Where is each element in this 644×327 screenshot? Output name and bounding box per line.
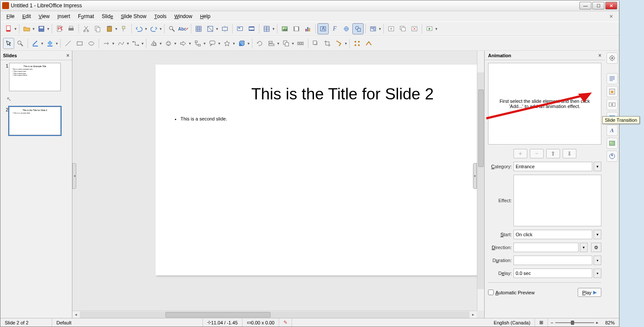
callout-button[interactable] bbox=[207, 38, 218, 49]
filter-button[interactable] bbox=[333, 38, 345, 49]
fill-color-dropdown[interactable]: ▼ bbox=[55, 42, 59, 46]
toggle-extrusion-button[interactable] bbox=[363, 38, 374, 49]
media-button[interactable] bbox=[291, 23, 302, 34]
open-dropdown[interactable]: ▼ bbox=[32, 27, 35, 31]
paste-button[interactable] bbox=[104, 23, 115, 34]
grid-button[interactable] bbox=[193, 23, 204, 34]
sidebar-settings-button[interactable] bbox=[607, 52, 618, 64]
direction-select[interactable] bbox=[513, 243, 579, 252]
block-arrows-dropdown[interactable]: ▼ bbox=[188, 42, 192, 46]
menu-tools[interactable]: Tools bbox=[151, 12, 170, 20]
slide-thumbnail-1[interactable]: This is an Example Title This is some ex… bbox=[9, 63, 61, 91]
close-document-button[interactable]: × bbox=[606, 12, 616, 21]
arrange-dropdown[interactable]: ▼ bbox=[291, 42, 295, 46]
properties-tab[interactable] bbox=[607, 73, 618, 84]
fit-page-button[interactable]: ⊞ bbox=[535, 318, 548, 327]
move-up-button[interactable]: ⬆ bbox=[546, 149, 560, 158]
symbol-shapes-dropdown[interactable]: ▼ bbox=[174, 42, 177, 46]
delay-input[interactable]: 0.0 sec bbox=[513, 268, 592, 278]
new-button[interactable] bbox=[3, 23, 14, 34]
header-footer-button[interactable] bbox=[246, 23, 257, 34]
flowchart-button[interactable] bbox=[192, 38, 203, 49]
zoom-value[interactable]: 82% bbox=[601, 318, 619, 327]
save-dropdown[interactable]: ▼ bbox=[47, 27, 50, 31]
callout-dropdown[interactable]: ▼ bbox=[218, 42, 221, 46]
export-pdf-button[interactable]: PDF bbox=[54, 23, 65, 34]
auto-preview-checkbox[interactable]: Automatic Preview bbox=[488, 290, 535, 295]
ellipse-button[interactable] bbox=[86, 38, 97, 49]
collapse-right-grip[interactable]: ▸ bbox=[473, 163, 477, 189]
master-button[interactable] bbox=[234, 23, 246, 34]
crop-button[interactable] bbox=[322, 38, 333, 49]
block-arrows-button[interactable] bbox=[177, 38, 189, 49]
arrow-button[interactable] bbox=[101, 38, 112, 49]
horizontal-scrollbar[interactable]: ◂ ▸ bbox=[72, 311, 477, 318]
collapse-left-grip[interactable]: ◂ bbox=[72, 163, 76, 189]
filter-dropdown[interactable]: ▼ bbox=[344, 42, 348, 46]
3d-dropdown[interactable]: ▼ bbox=[247, 42, 250, 46]
stars-button[interactable] bbox=[221, 38, 233, 49]
play-button[interactable]: Play ▶ bbox=[578, 288, 601, 297]
table-button[interactable] bbox=[261, 23, 272, 34]
start-slideshow-button[interactable] bbox=[424, 23, 435, 34]
zoom-tool-button[interactable] bbox=[15, 38, 26, 49]
slide-body[interactable]: This is a second slide. bbox=[180, 116, 484, 121]
gallery-tab[interactable] bbox=[607, 138, 618, 149]
snap-dropdown[interactable]: ▼ bbox=[215, 27, 219, 31]
remove-effect-button[interactable]: － bbox=[530, 149, 544, 158]
menu-slideshow[interactable]: Slide Show bbox=[118, 12, 150, 20]
animation-panel-close[interactable]: × bbox=[598, 52, 601, 59]
line-color-dropdown[interactable]: ▼ bbox=[40, 42, 44, 46]
zoom-out-button[interactable]: − bbox=[551, 320, 553, 325]
hscroll-left-button[interactable]: ◂ bbox=[72, 312, 80, 318]
arrow-dropdown[interactable]: ▼ bbox=[112, 42, 115, 46]
spellcheck-button[interactable]: Abc✓ bbox=[178, 23, 189, 34]
select-tool-button[interactable] bbox=[3, 38, 14, 49]
direction-options-button[interactable]: ⚙ bbox=[591, 243, 601, 252]
print-button[interactable] bbox=[65, 23, 77, 34]
curve-button[interactable] bbox=[115, 38, 127, 49]
slide-title[interactable]: This is the Title for Slide 2 bbox=[156, 85, 484, 103]
redo-button[interactable] bbox=[148, 23, 159, 34]
minimize-button[interactable]: — bbox=[579, 2, 591, 9]
styles-tab[interactable]: A bbox=[607, 125, 618, 136]
connector-dropdown[interactable]: ▼ bbox=[141, 42, 144, 46]
zoom-in-button[interactable]: + bbox=[596, 320, 598, 325]
slide-transition-tab[interactable] bbox=[607, 99, 618, 110]
fill-color-button[interactable] bbox=[44, 38, 56, 49]
vertical-scrollbar[interactable] bbox=[477, 51, 484, 311]
zoom-slider[interactable]: − + bbox=[548, 320, 601, 325]
zoom-slider-knob[interactable] bbox=[571, 321, 574, 325]
vscroll-handle[interactable] bbox=[478, 89, 484, 167]
category-dropdown[interactable]: ▼ bbox=[594, 162, 601, 171]
textbox-button[interactable]: A bbox=[317, 23, 329, 34]
rectangle-button[interactable] bbox=[74, 38, 85, 49]
redo-dropdown[interactable]: ▼ bbox=[159, 27, 162, 31]
shapes-button[interactable] bbox=[352, 23, 364, 34]
duration-spinner[interactable]: ▾ bbox=[594, 256, 601, 265]
navigator-tab[interactable] bbox=[607, 151, 618, 162]
slides-list[interactable]: 1 This is an Example Title This is some … bbox=[0, 60, 72, 318]
direction-dropdown[interactable]: ▼ bbox=[580, 243, 588, 252]
menu-file[interactable]: File bbox=[3, 12, 18, 20]
close-button[interactable]: ✕ bbox=[605, 2, 617, 9]
maximize-button[interactable]: ☐ bbox=[592, 2, 604, 9]
menu-edit[interactable]: Edit bbox=[19, 12, 34, 20]
curve-dropdown[interactable]: ▼ bbox=[126, 42, 130, 46]
line-color-button[interactable] bbox=[30, 38, 41, 49]
slides-panel-close[interactable]: × bbox=[66, 52, 69, 59]
table-dropdown[interactable]: ▼ bbox=[272, 27, 275, 31]
hyperlink-button[interactable] bbox=[341, 23, 352, 34]
undo-button[interactable] bbox=[134, 23, 145, 34]
undo-dropdown[interactable]: ▼ bbox=[144, 27, 148, 31]
symbol-shapes-button[interactable] bbox=[163, 38, 174, 49]
gluepoints-button[interactable] bbox=[352, 38, 363, 49]
delete-slide-button[interactable] bbox=[409, 23, 420, 34]
duplicate-slide-button[interactable] bbox=[397, 23, 408, 34]
start-slideshow-dropdown[interactable]: ▼ bbox=[435, 27, 438, 31]
helplines-button[interactable] bbox=[219, 23, 230, 34]
start-select[interactable]: On click bbox=[513, 230, 592, 239]
basic-shapes-button[interactable] bbox=[148, 38, 159, 49]
move-down-button[interactable]: ⬇ bbox=[563, 149, 576, 158]
connector-button[interactable] bbox=[130, 38, 141, 49]
